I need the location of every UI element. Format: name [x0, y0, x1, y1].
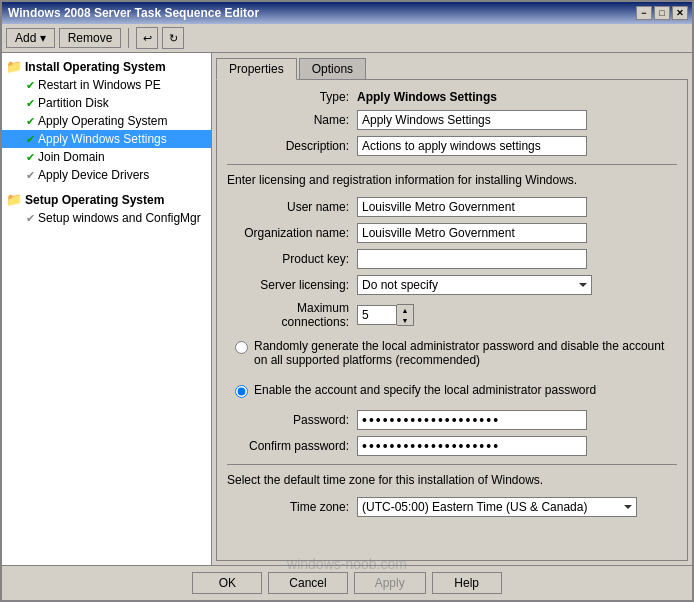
- radio1-row: Randomly generate the local administrato…: [227, 335, 677, 371]
- type-row: Type: Apply Windows Settings: [227, 90, 677, 104]
- maxconnections-spinner: ▲ ▼: [357, 304, 414, 326]
- spinner-buttons: ▲ ▼: [397, 304, 414, 326]
- tab-content-properties: Type: Apply Windows Settings Name: Descr…: [216, 79, 688, 561]
- tree-group-setup-os-label: Setup Operating System: [25, 193, 164, 207]
- titlebar-controls: − □ ✕: [636, 6, 688, 20]
- confirmpassword-row: Confirm password:: [227, 436, 677, 456]
- tree-item-restart-pe[interactable]: ✔ Restart in Windows PE: [2, 76, 211, 94]
- description-row: Description:: [227, 136, 677, 156]
- serverlicensing-dropdown[interactable]: Do not specify Per seat Per server: [357, 275, 592, 295]
- username-input[interactable]: [357, 197, 587, 217]
- name-input[interactable]: [357, 110, 587, 130]
- apply-button[interactable]: Apply: [354, 572, 426, 594]
- timezone-info: Select the default time zone for this in…: [227, 473, 677, 487]
- productkey-label: Product key:: [227, 252, 357, 266]
- window-title: Windows 2008 Server Task Sequence Editor: [8, 6, 259, 20]
- tree-item-apply-os[interactable]: ✔ Apply Operating System: [2, 112, 211, 130]
- description-label: Description:: [227, 139, 357, 153]
- check-icon-applywin: ✔: [26, 133, 35, 146]
- gray-icon-setup: ✔: [26, 212, 35, 225]
- orgname-row: Organization name:: [227, 223, 677, 243]
- ok-button[interactable]: OK: [192, 572, 262, 594]
- tabs: Properties Options: [216, 57, 688, 79]
- undo-button[interactable]: ↩: [136, 27, 158, 49]
- productkey-row: Product key:: [227, 249, 677, 269]
- spinner-down[interactable]: ▼: [397, 315, 413, 325]
- tree-panel: 📁 Install Operating System ✔ Restart in …: [2, 53, 212, 565]
- name-label: Name:: [227, 113, 357, 127]
- check-icon-restart: ✔: [26, 79, 35, 92]
- type-value: Apply Windows Settings: [357, 90, 677, 104]
- titlebar: Windows 2008 Server Task Sequence Editor…: [2, 2, 692, 24]
- toolbar-separator: [128, 28, 129, 48]
- tree-group-install-os-label: Install Operating System: [25, 60, 166, 74]
- divider-1: [227, 164, 677, 165]
- username-label: User name:: [227, 200, 357, 214]
- serverlicensing-label: Server licensing:: [227, 278, 357, 292]
- type-label: Type:: [227, 90, 357, 104]
- radio-specify-password[interactable]: [235, 385, 248, 398]
- password-input[interactable]: [357, 410, 587, 430]
- check-icon-applyos: ✔: [26, 115, 35, 128]
- close-button[interactable]: ✕: [672, 6, 688, 20]
- tree-item-partition-disk[interactable]: ✔ Partition Disk: [2, 94, 211, 112]
- tab-options[interactable]: Options: [299, 58, 366, 79]
- confirmpassword-input[interactable]: [357, 436, 587, 456]
- password-row: Password:: [227, 410, 677, 430]
- help-button[interactable]: Help: [432, 572, 502, 594]
- serverlicensing-row: Server licensing: Do not specify Per sea…: [227, 275, 677, 295]
- add-button[interactable]: Add ▾: [6, 28, 55, 48]
- tree-group-setup-os[interactable]: 📁 Setup Operating System: [2, 190, 211, 209]
- orgname-label: Organization name:: [227, 226, 357, 240]
- bottom-wrap: OK Cancel Apply Help windows-noob.com: [2, 565, 692, 600]
- tree-item-apply-windows-settings[interactable]: ✔ Apply Windows Settings: [2, 130, 211, 148]
- spinner-up[interactable]: ▲: [397, 305, 413, 315]
- maxconnections-row: Maximum connections: ▲ ▼: [227, 301, 677, 329]
- main-window: Windows 2008 Server Task Sequence Editor…: [0, 0, 694, 602]
- tree-item-apply-drivers[interactable]: ✔ Apply Device Drivers: [2, 166, 211, 184]
- timezone-row: Time zone: (UTC-05:00) Eastern Time (US …: [227, 497, 677, 517]
- description-input[interactable]: [357, 136, 587, 156]
- tree-group-install-os[interactable]: 📁 Install Operating System: [2, 57, 211, 76]
- remove-button[interactable]: Remove: [59, 28, 122, 48]
- cancel-button[interactable]: Cancel: [268, 572, 347, 594]
- bottom-bar: OK Cancel Apply Help: [2, 565, 692, 600]
- minimize-button[interactable]: −: [636, 6, 652, 20]
- tree-item-setup-configmgr[interactable]: ✔ Setup windows and ConfigMgr: [2, 209, 211, 227]
- folder-icon: 📁: [6, 59, 22, 74]
- radio1-text: Randomly generate the local administrato…: [254, 339, 669, 367]
- productkey-input[interactable]: [357, 249, 587, 269]
- username-row: User name:: [227, 197, 677, 217]
- timezone-label: Time zone:: [227, 500, 357, 514]
- radio2-row: Enable the account and specify the local…: [227, 379, 677, 402]
- maxconnections-input[interactable]: [357, 305, 397, 325]
- info-text: Enter licensing and registration informa…: [227, 173, 677, 187]
- main-area: 📁 Install Operating System ✔ Restart in …: [2, 53, 692, 565]
- password-label: Password:: [227, 413, 357, 427]
- maxconnections-label: Maximum connections:: [227, 301, 357, 329]
- name-row: Name:: [227, 110, 677, 130]
- timezone-dropdown[interactable]: (UTC-05:00) Eastern Time (US & Canada) (…: [357, 497, 637, 517]
- check-icon-partition: ✔: [26, 97, 35, 110]
- orgname-input[interactable]: [357, 223, 587, 243]
- properties-panel: Properties Options Type: Apply Windows S…: [212, 53, 692, 565]
- divider-2: [227, 464, 677, 465]
- gray-icon-drivers: ✔: [26, 169, 35, 182]
- folder-icon-2: 📁: [6, 192, 22, 207]
- tab-properties[interactable]: Properties: [216, 58, 297, 80]
- radio2-text: Enable the account and specify the local…: [254, 383, 669, 397]
- maximize-button[interactable]: □: [654, 6, 670, 20]
- confirmpassword-label: Confirm password:: [227, 439, 357, 453]
- tree-item-join-domain[interactable]: ✔ Join Domain: [2, 148, 211, 166]
- radio-random-password[interactable]: [235, 341, 248, 354]
- toolbar: Add ▾ Remove ↩ ↻: [2, 24, 692, 53]
- check-icon-joindomain: ✔: [26, 151, 35, 164]
- redo-button[interactable]: ↻: [162, 27, 184, 49]
